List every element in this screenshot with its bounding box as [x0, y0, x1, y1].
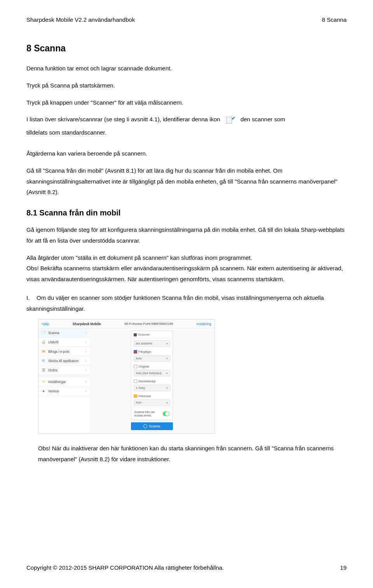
organize-icon: ☰	[41, 368, 46, 373]
sidebar-item-label: Utskrift	[48, 340, 85, 344]
app-title: Sharpdesk Mobile	[73, 322, 101, 326]
sidebar-item-send[interactable]: ⎘ Skicka till applikation ›	[38, 356, 89, 366]
duplex-label: Dubbelsidigt	[131, 378, 173, 383]
scan-button-label: Scanna	[149, 424, 160, 428]
original-label: Original	[131, 363, 173, 368]
main-area: Scanner MX-M365FN ▾ Färgläge: Auto ▾	[89, 328, 214, 433]
para-4a: I listan över skrivare/scannrar (se steg…	[26, 116, 220, 122]
panel-header-scanner: Scanner	[131, 331, 173, 339]
color-swatch-icon	[134, 350, 137, 354]
para-obs: Obs! När du inaktiverar den här funktion…	[38, 443, 347, 465]
sidebar-item-print[interactable]: 🖨 Utskrift ›	[38, 338, 89, 347]
duplex-icon	[134, 380, 137, 383]
para-8: Alla åtgärder utom "ställa in ett dokume…	[26, 252, 347, 263]
duplex-dropdown[interactable]: 1-Sidig ▾	[134, 385, 170, 391]
sidebar-item-label: Skicka till applikation	[48, 359, 85, 363]
para-3: Tryck på knappen under "Scanner" för att…	[26, 97, 347, 108]
color-mode-label: Färgläge:	[131, 348, 173, 354]
chevron-right-icon: ›	[85, 340, 87, 344]
sidebar-item-settings[interactable]: ✕ Inställningar ›	[38, 377, 89, 387]
list-marker: I.	[26, 292, 37, 303]
caret-down-icon: ▾	[166, 342, 168, 345]
list-item-1: I.Om du väljer en scanner som stödjer fu…	[26, 292, 347, 314]
chevron-right-icon: ›	[85, 368, 87, 372]
heading-1: 8 Scanna	[26, 43, 347, 54]
page-icon	[134, 365, 137, 368]
list-text: Om du väljer en scanner som stödjer funk…	[26, 294, 324, 312]
color-dropdown[interactable]: Auto ▾	[134, 355, 170, 362]
chevron-right-icon: ›	[85, 359, 87, 363]
para-4c: tilldelats som standardscanner.	[26, 127, 347, 138]
app-body: 📄 Scanna › 🖨 Utskrift › ✉ Bifoga i e-pos…	[38, 328, 214, 433]
settings-panel: Scanner MX-M365FN ▾ Färgläge: Auto ▾	[131, 331, 173, 420]
format-label: Filformat	[131, 393, 173, 398]
duplex-value: 1-Sidig	[136, 386, 145, 390]
footer-copyright: Copyright © 2012-2015 SHARP CORPORATION …	[26, 564, 224, 571]
mobile-scan-toggle-row: Scanna från din mobila enhet.	[131, 408, 173, 420]
scan-button[interactable]: Scanna	[131, 422, 173, 430]
app-topbar: Hjälp Sharpdesk Mobile Wi-Fi Access Poin…	[38, 320, 214, 328]
para-7: Gå igenom följande steg för att konfigur…	[26, 224, 347, 246]
sidebar-item-label: Ordna	[48, 368, 85, 372]
format-dropdown[interactable]: PDF ▾	[134, 399, 170, 406]
chevron-right-icon: ›	[85, 349, 87, 354]
settings-link[interactable]: Inställning	[197, 322, 211, 326]
footer-page-number: 19	[340, 564, 347, 571]
email-icon: ✉	[41, 349, 46, 354]
sidebar-item-label: Version	[48, 389, 85, 393]
para-9: Obs! Bekräfta scannerns startskärm eller…	[26, 263, 347, 285]
chevron-right-icon: ›	[85, 389, 87, 393]
header-right: 8 Scanna	[322, 16, 347, 23]
heading-2: 8.1 Scanna från din mobil	[26, 208, 347, 217]
scan-circle-icon	[143, 424, 147, 428]
print-icon: 🖨	[41, 340, 46, 345]
send-icon: ⎘	[41, 358, 46, 364]
para-intro: Denna funktion tar emot och lagrar scann…	[26, 63, 347, 74]
sidebar-item-version[interactable]: ● Version ›	[38, 387, 89, 396]
header-left: Sharpdesk Mobile V2.2 användarhandbok	[26, 16, 135, 23]
original-dropdown[interactable]: Auto (Not Detected) ▾	[134, 370, 170, 376]
para-5: Åtgärderna kan variera beroende på scann…	[26, 148, 347, 159]
para-2: Tryck på Scanna på startskärmen.	[26, 80, 347, 91]
caret-down-icon: ▾	[166, 372, 168, 375]
page-header: Sharpdesk Mobile V2.2 användarhandbok 8 …	[26, 16, 347, 23]
app-frame: Hjälp Sharpdesk Mobile Wi-Fi Access Poin…	[38, 319, 215, 434]
scanner-dropdown[interactable]: MX-M365FN ▾	[134, 340, 170, 347]
scan-icon: 📄	[41, 330, 46, 336]
sidebar-item-scan[interactable]: 📄 Scanna ›	[38, 328, 89, 338]
original-value: Auto (Not Detected)	[136, 371, 162, 375]
help-link[interactable]: Hjälp	[42, 322, 49, 326]
sidebar-item-organize[interactable]: ☰ Ordna ›	[38, 366, 89, 375]
sidebar-item-label: Scanna	[48, 331, 85, 335]
caret-down-icon: ▾	[166, 387, 168, 390]
settings-icon: ✕	[41, 379, 46, 385]
chevron-right-icon: ›	[85, 331, 87, 335]
scanner-small-icon	[134, 333, 137, 336]
color-value: Auto	[136, 357, 142, 360]
sidebar-item-label: Bifoga i e-post	[48, 350, 85, 354]
scanner-default-icon	[225, 115, 236, 125]
panel-header-label: Scanner	[138, 333, 150, 336]
page-footer: Copyright © 2012-2015 SHARP CORPORATION …	[26, 564, 347, 571]
caret-down-icon: ▾	[166, 401, 168, 404]
para-4: I listan över skrivare/scannrar (se steg…	[26, 114, 347, 125]
para-6: Gå till "Scanna från din mobil" (Avsnitt…	[26, 165, 347, 198]
chevron-right-icon: ›	[85, 380, 87, 384]
toggle-label: Scanna från din mobila enhet.	[134, 410, 163, 417]
mobile-scan-toggle[interactable]	[163, 411, 169, 416]
sidebar-item-email[interactable]: ✉ Bifoga i e-post ›	[38, 347, 89, 356]
caret-down-icon: ▾	[166, 357, 168, 360]
sidebar: 📄 Scanna › 🖨 Utskrift › ✉ Bifoga i e-pos…	[38, 328, 89, 433]
scanner-value: MX-M365FN	[136, 342, 153, 345]
para-4b: den scanner som	[241, 116, 285, 122]
info-icon: ●	[41, 388, 46, 394]
format-value: PDF	[136, 401, 142, 404]
app-screenshot: Hjälp Sharpdesk Mobile Wi-Fi Access Poin…	[38, 319, 347, 434]
file-icon	[134, 394, 137, 398]
sidebar-item-label: Inställningar	[48, 380, 85, 384]
wifi-label: Wi-Fi Access Point:40B878AD2185	[124, 322, 173, 326]
